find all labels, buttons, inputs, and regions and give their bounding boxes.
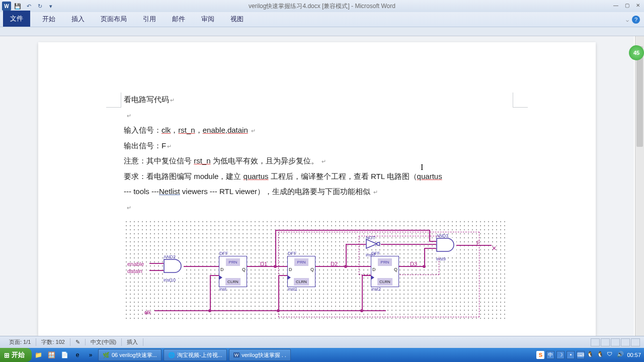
svg-point-0 (377, 242, 380, 245)
clk-x-icon: ✕ (144, 308, 148, 318)
windows-logo-icon: ⊞ (4, 351, 10, 359)
tab-insert[interactable]: 插入 (63, 12, 93, 27)
tab-references[interactable]: 引用 (135, 12, 164, 27)
label-d2: D2 (331, 259, 338, 269)
tab-mailings[interactable]: 邮件 (164, 12, 193, 27)
dff-3: PRN D Q CLRN inst2 (371, 256, 399, 287)
tray-qq-icon[interactable]: 🐧 (587, 351, 595, 359)
vertical-scrollbar[interactable] (635, 36, 644, 336)
label-d3: D3 (410, 259, 417, 269)
status-bar: 页面: 1/1 字数: 102 ✎ 中文(中国) 插入 (0, 336, 644, 348)
ql-icon-3[interactable]: 📄 (59, 349, 70, 360)
start-button[interactable]: ⊞ 开始 (0, 348, 32, 362)
requirement-line-1[interactable]: 要求：看电路图编写 module，建立 quartus 工程后，编译整个工程，查… (124, 169, 510, 184)
restore-button[interactable]: ▢ (623, 3, 631, 10)
sig-rstn: rst_n (178, 126, 195, 134)
ime-keyboard-icon[interactable]: ⌨ (577, 351, 585, 359)
tray-qq-icon-2[interactable]: 🐧 (597, 351, 605, 359)
help-icon[interactable]: ? (632, 16, 640, 24)
task-item-3[interactable]: Wverilog快速掌握 . . (229, 349, 291, 361)
view-web-icon[interactable] (611, 338, 620, 346)
view-draft-icon[interactable] (631, 338, 640, 346)
page[interactable]: I 看电路写代码 输入信号：clk，rst_n，enable,datain 输出… (38, 42, 596, 336)
taskbar: ⊞ 开始 📁 🪟 📄 e » 🌿06 verilog快速掌... 🌐淘宝视频-上… (0, 348, 644, 362)
tray-shield-icon[interactable]: 🛡 (607, 351, 615, 359)
ribbon-tabs: 文件 开始 插入 页面布局 引用 邮件 审阅 视图 ⌵ ? (0, 12, 644, 27)
view-print-layout-icon[interactable] (591, 338, 600, 346)
ql-icon-1[interactable]: 📁 (33, 349, 44, 360)
ime-moon-icon[interactable]: ☽ (556, 351, 565, 359)
ql-ie-icon[interactable]: e (72, 349, 83, 360)
word-app-icon: W (2, 2, 11, 11)
status-proofing-icon[interactable]: ✎ (70, 339, 86, 345)
input-signals-line[interactable]: 输入信号：clk，rst_n，enable,datain (124, 123, 510, 138)
status-page[interactable]: 页面: 1/1 (4, 338, 36, 346)
sig-clk: clk (162, 126, 171, 134)
scroll-thumb[interactable] (636, 46, 643, 147)
ql-expand-icon[interactable]: » (85, 349, 96, 360)
text-cursor-icon: I (421, 163, 423, 172)
document-area[interactable]: I 看电路写代码 输入信号：clk，rst_n，enable,datain 输出… (0, 36, 634, 336)
quick-access-toolbar: W 💾 ↶ ↻ ▾ verilog快速掌握练习4.docx [兼容模式] - M… (0, 0, 644, 12)
status-mode[interactable]: 插入 (122, 338, 143, 346)
blank-line[interactable] (124, 108, 510, 123)
label-datain: datain (127, 266, 142, 277)
task-item-2[interactable]: 🌐淘宝视频-上传视... (164, 349, 227, 361)
heading-line[interactable]: 看电路写代码 (124, 93, 510, 107)
ime-punct-icon[interactable]: • (567, 351, 575, 359)
output-x-icon: ✕ (492, 243, 497, 254)
crop-mark-tl (106, 93, 121, 108)
label-input: 输入信号： (124, 126, 162, 134)
label-f: F (476, 238, 480, 248)
minimize-button[interactable]: — (612, 3, 620, 10)
tab-file[interactable]: 文件 (3, 11, 30, 27)
crop-mark-tr (513, 93, 528, 108)
task-item-1[interactable]: 🌿06 verilog快速掌... (98, 349, 162, 361)
label-d1: D1 (260, 259, 267, 269)
close-button[interactable]: ✕ (634, 3, 642, 10)
qat-dropdown-icon[interactable]: ▾ (46, 2, 55, 11)
blank-line-2[interactable] (124, 200, 510, 215)
badge-45: 45 (629, 45, 644, 60)
output-signals-line[interactable]: 输出信号：F (124, 139, 510, 153)
view-outline-icon[interactable] (621, 338, 630, 346)
document-content[interactable]: 看电路写代码 输入信号：clk，rst_n，enable,datain 输出信号… (124, 93, 510, 320)
ruler (0, 27, 644, 36)
system-tray: S 中 ☽ • ⌨ 🐧 🐧 🛡 🔊 00:57 (536, 351, 644, 359)
window-title: verilog快速掌握练习4.docx [兼容模式] - Microsoft W… (249, 2, 395, 11)
tab-layout[interactable]: 页面布局 (93, 12, 135, 27)
and3-gate: AND3 inst9 (436, 238, 456, 257)
ql-icon-2[interactable]: 🪟 (46, 349, 57, 360)
requirement-line-2[interactable]: --- tools ---Netlist viewers --- RTL vie… (124, 185, 510, 199)
ime-zhong-icon[interactable]: 中 (546, 351, 554, 359)
dff-2: PRN D Q CLRN inst1 (287, 256, 315, 287)
view-fullscreen-icon[interactable] (601, 338, 610, 346)
dff-1: PRN D Q CLRN inst (219, 256, 247, 287)
sig-enable-datain: enable,datain (203, 126, 248, 134)
circuit-diagram: enable datain clk AND2 inst10 PRN D Q (124, 219, 507, 320)
tray-volume-icon[interactable]: 🔊 (617, 351, 625, 359)
save-icon[interactable]: 💾 (13, 2, 22, 11)
status-language[interactable]: 中文(中国) (86, 338, 122, 346)
sogou-ime-icon[interactable]: S (536, 351, 544, 359)
status-words[interactable]: 字数: 102 (36, 338, 70, 346)
tab-home[interactable]: 开始 (34, 12, 63, 27)
undo-icon[interactable]: ↶ (24, 2, 33, 11)
tab-review[interactable]: 审阅 (193, 12, 222, 27)
tray-clock[interactable]: 00:57 (627, 352, 641, 358)
ribbon-expand-icon[interactable]: ⌵ (626, 17, 629, 23)
and2-gate: AND2 inst10 (164, 259, 184, 278)
redo-icon[interactable]: ↻ (35, 2, 44, 11)
note-line[interactable]: 注意：其中复位信号 rst_n 为低电平有效，且为异步复位。 (124, 154, 510, 168)
tab-view[interactable]: 视图 (222, 12, 252, 27)
